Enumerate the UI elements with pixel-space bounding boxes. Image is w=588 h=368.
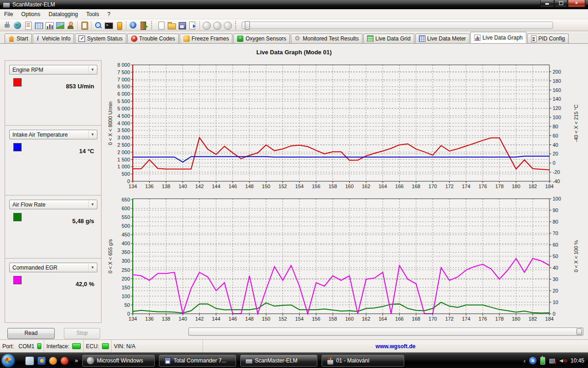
quick-launch bbox=[25, 356, 68, 365]
clipboard-icon[interactable] bbox=[79, 20, 90, 30]
menu-help[interactable]: ? bbox=[103, 10, 115, 18]
toolbar-separator bbox=[126, 21, 126, 29]
info-icon[interactable] bbox=[128, 20, 138, 30]
sensor-select-4[interactable]: Commanded EGR▼ bbox=[9, 263, 97, 272]
save-icon[interactable] bbox=[177, 20, 187, 30]
axis-tick-label: 7 500 bbox=[109, 69, 130, 75]
terminal-icon[interactable] bbox=[103, 20, 114, 30]
axis-tick-label: 20 bbox=[553, 151, 558, 156]
minimize-button[interactable] bbox=[540, 0, 554, 7]
taskbar-button-paint[interactable]: 01 - Malování bbox=[322, 355, 404, 367]
axis-tick-label: 162 bbox=[359, 316, 373, 322]
restore-icon bbox=[559, 1, 563, 5]
tray-a-badge-icon[interactable]: a bbox=[529, 357, 537, 364]
orange-app-icon[interactable] bbox=[49, 357, 57, 365]
sensor-select-2[interactable]: Intake Air Temperature▼ bbox=[9, 130, 97, 139]
user-icon[interactable] bbox=[65, 20, 76, 30]
tab-live-data-meter[interactable]: Live Data Meter bbox=[415, 34, 470, 43]
start-button[interactable] bbox=[1, 354, 15, 368]
sensor-select-3[interactable]: Air Flow Rate▼ bbox=[9, 200, 97, 209]
red-app-icon[interactable] bbox=[61, 357, 68, 365]
image-icon[interactable] bbox=[55, 20, 65, 30]
search-icon[interactable] bbox=[93, 20, 103, 30]
tab-freeze-frames[interactable]: Freeze Frames bbox=[180, 34, 232, 43]
battery-tray-icon[interactable] bbox=[540, 357, 545, 365]
chevron-down-icon: ▼ bbox=[88, 264, 96, 271]
playback-play-icon[interactable] bbox=[201, 20, 212, 30]
menu-file[interactable]: File bbox=[0, 10, 17, 18]
axis-tick-label: 6 500 bbox=[109, 84, 130, 89]
axis-tick-label: 8 000 bbox=[109, 62, 130, 68]
axis-tick-label: 60 bbox=[553, 133, 558, 138]
axis-tick-label: 160 bbox=[342, 316, 357, 322]
new-file-icon[interactable] bbox=[156, 20, 166, 30]
axis-tick-label: 178 bbox=[492, 184, 507, 189]
battery-icon[interactable] bbox=[114, 20, 124, 30]
playback-stop-icon[interactable] bbox=[222, 20, 233, 30]
scrollbar-thumb[interactable] bbox=[577, 328, 582, 335]
tab-monitored-test-results[interactable]: Monitored Test Results bbox=[291, 34, 362, 43]
sensor-select-1[interactable]: Engine RPM▼ bbox=[9, 65, 97, 75]
tab-pid-config[interactable]: PID Config bbox=[527, 34, 569, 43]
tab-live-data-grid[interactable]: Live Data Grid bbox=[363, 34, 414, 43]
axis-tick-label: 0 bbox=[553, 311, 555, 316]
tab-trouble-codes[interactable]: Trouble Codes bbox=[127, 34, 179, 43]
open-file-icon[interactable] bbox=[166, 20, 177, 30]
table-icon[interactable] bbox=[34, 20, 44, 30]
interface-status-led bbox=[72, 343, 81, 349]
axis-caption: 0 < X < 655 g/s bbox=[107, 239, 113, 274]
taskbar-button-total-commander[interactable]: Total Commander 7... bbox=[159, 355, 236, 367]
time-scrollbar[interactable] bbox=[188, 328, 583, 336]
show-desktop-icon[interactable] bbox=[25, 356, 34, 365]
menu-options[interactable]: Options bbox=[17, 10, 44, 18]
chart-icon[interactable] bbox=[44, 20, 55, 30]
status-interface: Interface: bbox=[44, 340, 84, 352]
exit-icon[interactable] bbox=[138, 20, 149, 30]
axis-tick-label: 200 bbox=[553, 69, 561, 75]
globe-icon[interactable] bbox=[12, 20, 23, 30]
info-icon bbox=[36, 35, 40, 42]
tab-live-data-graph[interactable]: Live Data Graph bbox=[470, 32, 526, 43]
axis-tick-label: 142 bbox=[192, 316, 207, 322]
axis-tick-label: 170 bbox=[425, 316, 440, 322]
toolbar-slider[interactable] bbox=[242, 22, 553, 29]
menu-datalogging[interactable]: Datalogging bbox=[45, 10, 82, 18]
axis-tick-label: 138 bbox=[159, 184, 174, 189]
series-color-swatch bbox=[13, 143, 22, 151]
windows-app-icon bbox=[87, 357, 94, 364]
axis-tick-label: 184 bbox=[542, 316, 557, 322]
sensor-section-air-flow-rate: Air Flow Rate▼ 5,48 g/s bbox=[5, 196, 101, 259]
tray-chevron-icon[interactable]: ‹ bbox=[524, 357, 526, 364]
media-player-icon[interactable] bbox=[38, 357, 45, 365]
volume-muted-icon[interactable] bbox=[560, 357, 567, 364]
taskbar-button-microsoft-windows[interactable]: Microsoft Windows bbox=[82, 355, 155, 367]
tab-vehicle-info[interactable]: Vehicle Info bbox=[33, 34, 74, 43]
close-button[interactable]: × bbox=[568, 0, 585, 7]
export-icon[interactable] bbox=[187, 20, 198, 30]
slider-thumb[interactable] bbox=[245, 21, 250, 30]
tab-start[interactable]: Start bbox=[5, 34, 32, 43]
tab-system-status[interactable]: System Status bbox=[75, 34, 126, 43]
axis-tick-label: 144 bbox=[209, 316, 223, 322]
axis-tick-label: 0 bbox=[553, 160, 555, 166]
axis-tick-label: 140 bbox=[175, 184, 190, 189]
menu-bar: File Options Datalogging Tools ? bbox=[0, 9, 588, 19]
series-color-swatch bbox=[13, 213, 22, 221]
axis-tick-label: 60 bbox=[553, 242, 558, 247]
restore-button[interactable] bbox=[554, 0, 567, 7]
axis-tick-label: 162 bbox=[359, 184, 373, 189]
tab-oxygen-sensors[interactable]: Oxygen Sensors bbox=[233, 34, 290, 43]
network-disconnected-icon[interactable] bbox=[549, 358, 556, 364]
overflow-chevron-icon[interactable]: » bbox=[75, 357, 78, 364]
read-button[interactable]: Read bbox=[7, 328, 55, 339]
connect-icon[interactable] bbox=[2, 20, 12, 30]
axis-tick-label: 168 bbox=[409, 184, 424, 189]
report-icon[interactable] bbox=[23, 20, 34, 30]
axis-tick-label: 178 bbox=[492, 316, 507, 322]
taskbar-button-scanmaster[interactable]: ScanMaster-ELM bbox=[240, 355, 317, 367]
menu-tools[interactable]: Tools bbox=[82, 10, 103, 18]
playback-pause-icon[interactable] bbox=[212, 20, 222, 30]
axis-tick-label: 166 bbox=[392, 316, 407, 322]
stop-button[interactable]: Stop bbox=[64, 328, 100, 339]
website-link[interactable]: www.wgsoft.de bbox=[203, 343, 588, 350]
